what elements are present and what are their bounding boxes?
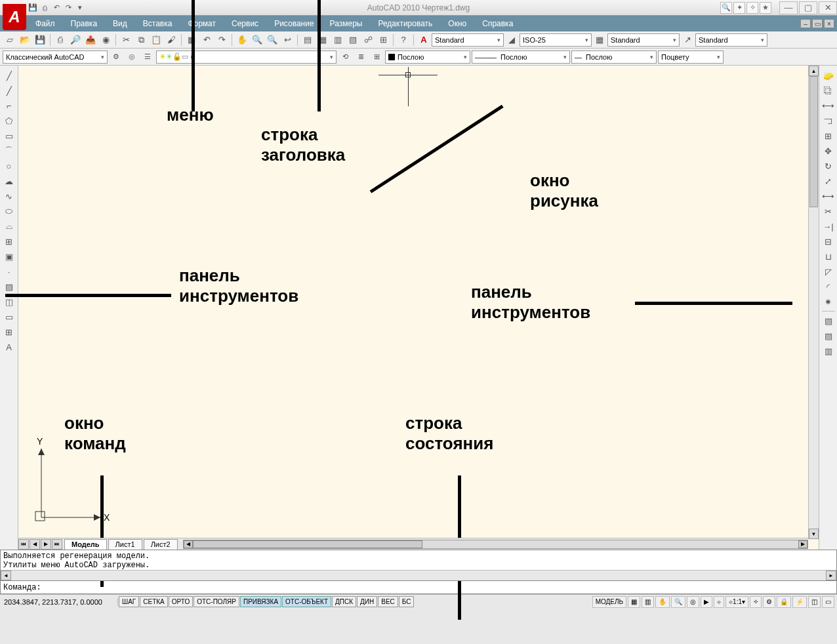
- break-icon[interactable]: ⊟: [821, 234, 836, 249]
- scroll-track[interactable]: [11, 571, 826, 580]
- scroll-right-icon[interactable]: ▶: [826, 571, 836, 580]
- zoom-window-icon[interactable]: 🔍: [265, 33, 279, 47]
- menu-insert[interactable]: Вставка: [135, 16, 180, 31]
- isolate-icon[interactable]: ◫: [808, 596, 821, 608]
- erase-icon[interactable]: 🧽: [821, 68, 836, 83]
- offset-icon[interactable]: ⫎: [821, 113, 836, 128]
- horizontal-scrollbar[interactable]: ◀ ▶: [183, 540, 808, 549]
- save-icon[interactable]: 💾: [33, 33, 47, 47]
- hatch-icon[interactable]: ▨: [1, 279, 17, 294]
- tab-sheet2[interactable]: Лист2: [144, 539, 178, 550]
- toggle-grid[interactable]: СЕТКА: [140, 596, 168, 607]
- layer-combo[interactable]: ☀☀🔓▭ 0: [156, 50, 337, 64]
- table-icon[interactable]: ⊞: [1, 325, 17, 339]
- menu-edit[interactable]: Правка: [63, 16, 106, 31]
- lineweight-combo[interactable]: —Послою: [571, 50, 657, 64]
- mirror-icon[interactable]: ⟷: [821, 98, 836, 113]
- polygon-icon[interactable]: ⬠: [1, 113, 17, 128]
- fillet-icon[interactable]: ◜: [821, 279, 836, 294]
- toolpalette-icon[interactable]: ▥: [331, 33, 345, 47]
- menu-tools[interactable]: Сервис: [224, 16, 266, 31]
- search-icon[interactable]: 🔍: [720, 2, 732, 14]
- menu-draw[interactable]: Рисование: [266, 16, 321, 31]
- favorite-icon[interactable]: ★: [760, 2, 771, 14]
- rotate-icon[interactable]: ↻: [821, 159, 836, 173]
- sheetset-icon[interactable]: ▧: [346, 33, 360, 47]
- command-window[interactable]: Выполняется регенерация модели. Утилиты …: [0, 550, 837, 581]
- plotstyle-combo[interactable]: Поцвету: [658, 50, 724, 64]
- move-icon[interactable]: ✥: [821, 144, 836, 158]
- exchange-icon[interactable]: ✧: [746, 2, 758, 14]
- preview-icon[interactable]: 🔎: [68, 33, 83, 47]
- scroll-left-icon[interactable]: ◀: [1, 571, 11, 580]
- tab-next-icon[interactable]: ▶: [41, 539, 51, 550]
- zoom-status-icon[interactable]: 🔍: [671, 596, 685, 608]
- minimize-button[interactable]: —: [779, 1, 798, 14]
- xline-icon[interactable]: ╱: [1, 83, 17, 98]
- command-scrollbar[interactable]: ◀ ▶: [1, 570, 836, 580]
- qat-undo-icon[interactable]: ↶: [51, 3, 62, 13]
- cut-icon[interactable]: ✂: [119, 33, 133, 47]
- matchprop-icon[interactable]: 🖌: [164, 33, 178, 47]
- revcloud-icon[interactable]: ☁: [1, 174, 17, 188]
- help-icon[interactable]: ?: [396, 33, 411, 47]
- explode-icon[interactable]: ✷: [821, 294, 836, 309]
- stretch-icon[interactable]: ⟷: [821, 189, 836, 203]
- menu-view[interactable]: Вид: [105, 16, 135, 31]
- mdi-restore[interactable]: ▭: [812, 19, 823, 28]
- layers-icon[interactable]: ☰: [140, 50, 155, 64]
- publish-icon[interactable]: 📤: [83, 33, 98, 47]
- insert-icon[interactable]: ⊞: [1, 234, 17, 249]
- drawing-canvas[interactable]: X Y меню строка заголовка окно рисунка п…: [18, 66, 819, 550]
- toggle-ducs[interactable]: ДПСК: [332, 596, 356, 607]
- vertical-scrollbar[interactable]: ▲ ▼: [808, 66, 819, 539]
- 3ddwf-icon[interactable]: ◉: [98, 33, 113, 47]
- tablestyle-combo[interactable]: Standard: [607, 33, 680, 47]
- toggle-osnap[interactable]: ПРИВЯЗКА: [240, 596, 281, 607]
- properties-icon[interactable]: ▤: [300, 33, 315, 47]
- join-icon[interactable]: ⊔: [821, 249, 836, 264]
- zoom-rt-icon[interactable]: 🔍: [250, 33, 264, 47]
- gradient-icon[interactable]: ◫: [1, 294, 17, 309]
- mdi-close[interactable]: ×: [824, 19, 834, 28]
- layer-prev-icon[interactable]: ⟲: [338, 50, 352, 64]
- workspace-combo[interactable]: Классический AutoCAD: [3, 50, 108, 64]
- layer-iso-icon[interactable]: ⊞: [369, 50, 384, 64]
- anno-vis-icon[interactable]: ✧: [750, 596, 762, 608]
- coordinates-readout[interactable]: 2034.3847, 2213.7317, 0.0000: [0, 598, 118, 606]
- new-icon[interactable]: ▱: [3, 33, 17, 47]
- workspace-settings-icon[interactable]: ⚙: [109, 50, 123, 64]
- close-button[interactable]: ✕: [819, 1, 837, 14]
- rectangle-icon[interactable]: ▭: [1, 129, 17, 143]
- mywork-icon[interactable]: ◎: [125, 50, 139, 64]
- menu-file[interactable]: Файл: [28, 16, 63, 31]
- scale-combo[interactable]: ⟐ 1:1 ▾: [725, 596, 748, 608]
- tab-last-icon[interactable]: ⏭: [52, 539, 62, 550]
- tab-sheet1[interactable]: Лист1: [108, 539, 142, 550]
- menu-dimension[interactable]: Размеры: [322, 16, 371, 31]
- qat-print-icon[interactable]: ⎙: [39, 3, 50, 13]
- menu-format[interactable]: Формат: [180, 16, 224, 31]
- qat-more-icon[interactable]: ▾: [75, 3, 85, 13]
- ellipsearc-icon[interactable]: ⌓: [1, 219, 17, 233]
- toggle-qp[interactable]: БС: [399, 596, 415, 607]
- toggle-lwt[interactable]: ВЕС: [378, 596, 398, 607]
- arc-icon[interactable]: ⌒: [1, 144, 17, 158]
- subscription-icon[interactable]: ✦: [733, 2, 745, 14]
- toolbar-lock-icon[interactable]: 🔒: [777, 596, 791, 608]
- block-icon[interactable]: ▦: [184, 33, 199, 47]
- ws-switch-icon[interactable]: ⚙: [763, 596, 775, 608]
- anno-scale-icon[interactable]: ⟐: [714, 596, 724, 608]
- spline-icon[interactable]: ∿: [1, 189, 17, 203]
- linetype-combo[interactable]: ———Послою: [472, 50, 570, 64]
- wheel-icon[interactable]: ◎: [687, 596, 699, 608]
- maximize-button[interactable]: ▢: [799, 1, 817, 14]
- textstyle-icon[interactable]: A: [417, 33, 431, 47]
- chamfer-icon[interactable]: ◸: [821, 264, 836, 279]
- line-icon[interactable]: ╱: [1, 68, 17, 83]
- cleanscreen-icon[interactable]: ▭: [822, 596, 834, 608]
- draworder2-icon[interactable]: ▨: [821, 329, 836, 343]
- tab-model[interactable]: Модель: [64, 539, 107, 550]
- qat-save-icon[interactable]: 💾: [28, 3, 38, 13]
- zoom-prev-icon[interactable]: ↩: [280, 33, 295, 47]
